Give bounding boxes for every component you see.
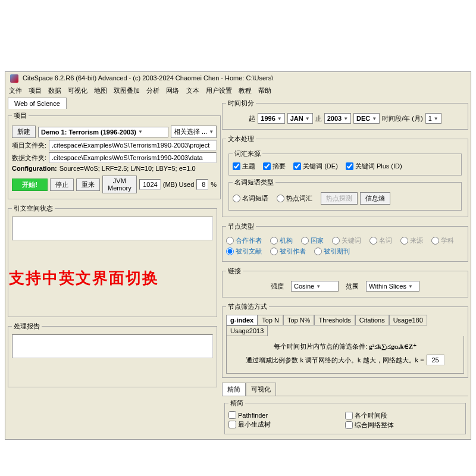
chk-abstract[interactable]: 摘要 (263, 162, 286, 171)
overlay-annotation: 支持中英文界面切换 (9, 268, 159, 289)
rad-subject[interactable]: 学科 (431, 236, 454, 245)
project-select[interactable]: Demo 1: Terrorism (1996-2003) (38, 127, 168, 137)
to-month-select[interactable]: DEC (353, 113, 380, 124)
data-source-tabs: Web of Science (5, 96, 220, 109)
title-bar: CiteSpace 6.2.R6 (64-bit) Advanced - (c)… (5, 72, 471, 85)
reset-button[interactable]: 重来 (76, 178, 100, 191)
timeslice-group: 时间切分 起 1996 JAN 止 2003 DEC 时间段/年 (月) 1 (222, 99, 468, 130)
menu-help[interactable]: 帮助 (258, 87, 271, 94)
menu-visualization[interactable]: 可视化 (68, 87, 87, 94)
rad-source[interactable]: 来源 (400, 236, 423, 245)
nodesel-tabs: g-index Top N Top N% Thresholds Citation… (226, 315, 464, 336)
rad-keyword[interactable]: 关键词 (332, 236, 361, 245)
window-title: CiteSpace 6.2.R6 (64-bit) Advanced - (c)… (23, 74, 273, 82)
menu-project[interactable]: 项目 (29, 87, 42, 94)
tab-topnp[interactable]: Top N% (283, 315, 315, 325)
tab-thresholds[interactable]: Thresholds (314, 315, 355, 325)
menu-tutorial[interactable]: 教程 (239, 87, 252, 94)
new-project-button[interactable]: 新建 (12, 126, 36, 138)
nodetype-group: 节点类型 合作作者 机构 国家 关键词 名词 来源 学科 被引文献 被引作者 被… (222, 222, 468, 262)
rad-country[interactable]: 国家 (301, 236, 324, 245)
rad-cited-author[interactable]: 被引作者 (270, 247, 306, 256)
chk-keyword-de[interactable]: 关键词 (DE) (293, 162, 338, 171)
pct-sign: % (211, 181, 217, 188)
gindex-line1: 每个时间切片内节点的筛选条件: g²≤k∑ᵢ≤gcᵢ,k∈Z⁺ (233, 342, 458, 351)
proj-folder-field[interactable]: .citespace\Examples\WoS\Terrorism1990-20… (49, 140, 217, 151)
project-legend: 项目 (12, 111, 29, 120)
chk-title[interactable]: 主题 (233, 162, 255, 171)
burst-detect-button[interactable]: 热点探测 (321, 192, 358, 205)
chk-merged[interactable]: 综合网络整体 (345, 421, 394, 430)
from-year-select[interactable]: 1996 (258, 113, 284, 124)
rad-author[interactable]: 合作作者 (226, 236, 262, 245)
data-folder-field[interactable]: .citespace\Examples\WoS\Terrorism1990-20… (49, 152, 217, 163)
chk-keyword-id[interactable]: 关键词 Plus (ID) (346, 162, 402, 171)
menu-data[interactable]: 数据 (48, 87, 61, 94)
textproc-group: 文本处理 词汇来源 主题 摘要 关键词 (DE) 关键词 Plus (ID) 名… (222, 134, 468, 217)
chk-each-slice[interactable]: 各个时间段 (345, 411, 387, 420)
prune-tabs: 精简 可视化 (222, 383, 468, 396)
slice-select[interactable]: 1 (425, 113, 441, 124)
menu-overlay[interactable]: 双图叠加 (114, 87, 140, 94)
rad-noun[interactable]: 名词 (369, 236, 392, 245)
tab-wos[interactable]: Web of Science (8, 98, 67, 109)
vocab-src-group: 词汇来源 主题 摘要 关键词 (DE) 关键词 Plus (ID) (228, 149, 462, 176)
rad-burst[interactable]: 热点词汇 (277, 194, 312, 203)
menu-map[interactable]: 地图 (94, 87, 107, 94)
proj-folder-label: 项目文件夹: (12, 141, 46, 150)
process-report-group: 处理报告 (8, 322, 217, 387)
related-select[interactable]: 相关选择 ... (171, 126, 217, 138)
java-icon (10, 74, 18, 83)
tab-prune[interactable]: 精简 (222, 383, 246, 396)
chk-pathfinder[interactable]: Pathfinder (228, 411, 268, 419)
data-folder-label: 数据文件夹: (12, 154, 46, 162)
from-month-select[interactable]: JAN (287, 113, 313, 124)
config-label: Configuration: (12, 165, 57, 172)
rad-cited-journal[interactable]: 被引期刊 (314, 247, 350, 256)
chk-mst[interactable]: 最小生成树 (228, 420, 271, 429)
k-field[interactable]: 25 (427, 355, 444, 365)
tab-gindex[interactable]: g-index (226, 315, 258, 325)
strength-select[interactable]: Cosine (291, 281, 339, 292)
citespace-status-group: 引文空间状态 (8, 204, 217, 317)
config-value: Source=WoS; LRF=2.5; L/N=10; LBY=5; e=1.… (60, 165, 196, 172)
rad-np[interactable]: 名词短语 (233, 194, 268, 203)
menu-bar: 文件 项目 数据 可视化 地图 双图叠加 分析 网络 文本 用户设置 教程 帮助 (5, 85, 471, 96)
citespace-status-legend: 引文空间状态 (12, 204, 55, 213)
pct-field: 8 (196, 179, 208, 190)
timeslice-legend: 时间切分 (226, 99, 256, 108)
report-area (12, 334, 213, 358)
menu-file[interactable]: 文件 (9, 87, 22, 94)
tab-visualize[interactable]: 可视化 (246, 383, 276, 396)
textproc-legend: 文本处理 (226, 134, 256, 143)
tab-topn[interactable]: Top N (258, 315, 283, 325)
menu-text[interactable]: 文本 (186, 87, 199, 94)
tab-usage180[interactable]: Usage180 (389, 315, 427, 325)
scope-select[interactable]: Within Slices (366, 281, 419, 292)
tab-citations[interactable]: Citations (355, 315, 389, 325)
tab-usage2013[interactable]: Usage2013 (226, 325, 268, 336)
menu-network[interactable]: 网络 (166, 87, 179, 94)
nodesel-group: 节点筛选方式 g-index Top N Top N% Thresholds C… (222, 302, 468, 378)
gindex-line2: 通过增减比例参数 k 调节网络的大小。k 越大，网络越大。k = 25 (233, 355, 458, 365)
jvm-button[interactable]: JVM Memory (102, 176, 137, 193)
to-year-select[interactable]: 2003 (324, 113, 351, 124)
menu-preferences[interactable]: 用户设置 (206, 87, 232, 94)
mem-used-label: (MB) Used (163, 181, 195, 188)
process-report-legend: 处理报告 (12, 322, 42, 331)
rad-cited-ref[interactable]: 被引文献 (226, 247, 262, 256)
menu-analysis[interactable]: 分析 (146, 87, 159, 94)
links-group: 链接 强度 Cosine 范围 Within Slices (222, 267, 468, 298)
prune-group: 精简 Pathfinder 最小生成树 各个时间段 综合网络整体 (224, 399, 466, 434)
status-area (12, 217, 213, 240)
mem-field: 1024 (139, 179, 161, 190)
stop-button[interactable]: 停止 (50, 178, 74, 191)
info-entropy-button[interactable]: 信息熵 (360, 192, 390, 205)
project-group: 项目 新建 Demo 1: Terrorism (1996-2003) 相关选择… (8, 111, 221, 199)
go-button[interactable]: 开始! (12, 178, 48, 191)
noun-type-group: 名词短语类型 名词短语 热点词汇 热点探测 信息熵 (228, 178, 462, 211)
rad-inst[interactable]: 机构 (270, 236, 293, 245)
